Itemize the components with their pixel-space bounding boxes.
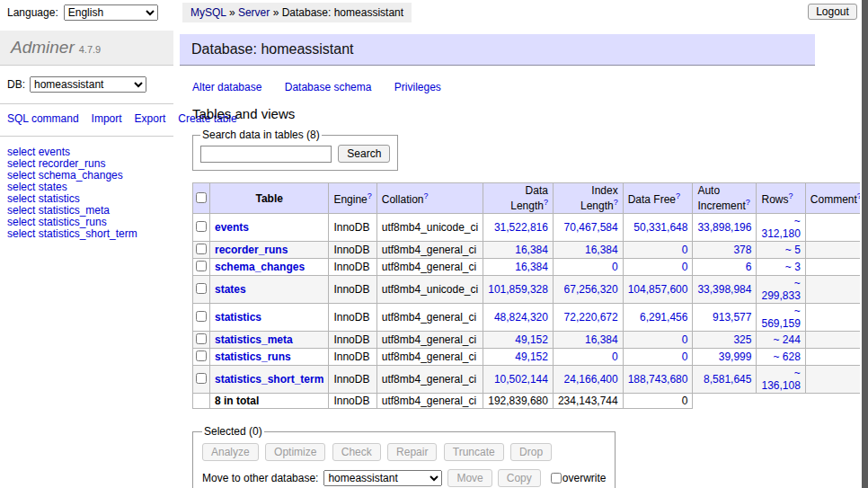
row-checkbox[interactable]	[196, 350, 207, 361]
optimize-button[interactable]: Optimize	[265, 443, 325, 461]
repair-button[interactable]: Repair	[387, 443, 437, 461]
auto-increment-link[interactable]: 33,398,984	[697, 283, 751, 296]
row-checkbox[interactable]	[196, 244, 207, 254]
data-free-link[interactable]: 0	[682, 333, 688, 346]
data-length-cell: 31,522,816	[483, 214, 554, 242]
copy-button[interactable]: Copy	[498, 469, 541, 487]
sidebar-link-sql-command[interactable]: SQL command	[7, 112, 79, 125]
breadcrumb-mysql-link[interactable]: MySQL	[190, 6, 226, 19]
help-link[interactable]: ?	[544, 198, 548, 207]
table-name-link[interactable]: statistics_runs	[215, 350, 291, 363]
help-link[interactable]: ?	[788, 191, 793, 200]
data-length-link[interactable]: 16,384	[515, 261, 548, 273]
data-free-link[interactable]: 0	[682, 244, 688, 256]
auto-increment-link[interactable]: 39,999	[719, 350, 752, 363]
column-header-label: Comment	[810, 193, 857, 206]
select-all-checkbox[interactable]	[196, 192, 207, 203]
index-length-link[interactable]: 67,256,320	[564, 283, 618, 296]
privileges-link[interactable]: Privileges	[394, 81, 441, 93]
data-length-link[interactable]: 10,502,144	[494, 373, 548, 386]
help-link[interactable]: ?	[676, 191, 680, 200]
row-checkbox[interactable]	[196, 373, 207, 384]
auto-increment-link[interactable]: 6	[746, 261, 752, 273]
sidebar-link-export[interactable]: Export	[135, 112, 166, 125]
data-length-link[interactable]: 49,152	[515, 350, 548, 363]
move-button[interactable]: Move	[447, 469, 492, 487]
rows-count-link[interactable]: ~ 5	[785, 244, 801, 256]
data-free-link[interactable]: 104,857,600	[628, 283, 688, 296]
rows-count-link[interactable]: ~ 299,833	[761, 277, 800, 302]
rows-count-link[interactable]: ~ 312,180	[761, 215, 800, 240]
data-length-link[interactable]: 48,824,320	[494, 311, 548, 324]
index-length-link[interactable]: 0	[612, 350, 618, 363]
truncate-button[interactable]: Truncate	[444, 443, 504, 461]
auto-increment-cell: 6	[693, 259, 757, 276]
auto-increment-link[interactable]: 378	[733, 244, 751, 256]
rows-count-link[interactable]: ~ 628	[773, 350, 800, 363]
rows-count-link[interactable]: ~ 244	[773, 333, 800, 346]
table-name-link[interactable]: states	[215, 283, 246, 296]
data-length-link[interactable]: 16,384	[515, 244, 548, 256]
data-length-link[interactable]: 49,152	[515, 333, 548, 346]
logout-button[interactable]: Logout	[808, 4, 857, 20]
sidebar-link-import[interactable]: Import	[92, 112, 122, 125]
help-link[interactable]: ?	[368, 191, 372, 200]
index-length-link[interactable]: 16,384	[585, 333, 618, 346]
row-checkbox[interactable]	[196, 261, 207, 271]
breadcrumb-server-link[interactable]: Server	[238, 6, 270, 19]
auto-increment-link[interactable]: 325	[733, 333, 751, 346]
help-link[interactable]: ?	[746, 198, 750, 207]
data-free-link[interactable]: 50,331,648	[633, 221, 687, 234]
sidebar-item-select-statistics-short-term[interactable]: select statistics_short_term	[7, 228, 166, 240]
collation-cell: utf8mb4_general_ci	[376, 366, 483, 394]
data-free-link[interactable]: 0	[682, 261, 688, 273]
data-free-link[interactable]: 188,743,680	[628, 373, 688, 386]
table-name-link[interactable]: schema_changes	[215, 261, 305, 273]
auto-increment-link[interactable]: 33,898,196	[697, 221, 751, 234]
database-schema-link[interactable]: Database schema	[285, 81, 372, 93]
app-name[interactable]: Adminer	[11, 38, 75, 57]
rows-count-link[interactable]: ~ 136,108	[761, 367, 800, 392]
search-button[interactable]: Search	[338, 145, 390, 163]
collation-cell: utf8mb4_general_ci	[376, 332, 483, 349]
rows-count-cell: ~ 5	[757, 242, 805, 259]
alter-database-link[interactable]: Alter database	[192, 81, 261, 93]
row-checkbox[interactable]	[196, 333, 207, 344]
check-button[interactable]: Check	[332, 443, 381, 461]
table-name-link[interactable]: recorder_runs	[215, 244, 288, 256]
table-name-link[interactable]: statistics_meta	[215, 333, 293, 346]
search-input[interactable]	[200, 146, 332, 163]
index-length-link[interactable]: 16,384	[585, 244, 618, 256]
drop-button[interactable]: Drop	[510, 443, 552, 461]
row-checkbox[interactable]	[196, 311, 207, 322]
sidebar-table-links: select events select recorder_runs selec…	[0, 137, 173, 250]
rows-count-link[interactable]: ~ 569,159	[761, 305, 800, 330]
help-link[interactable]: ?	[423, 191, 428, 200]
index-length-link[interactable]: 24,166,400	[564, 373, 618, 386]
data-length-link[interactable]: 31,522,816	[494, 221, 548, 234]
index-length-link[interactable]: 72,220,672	[564, 311, 618, 324]
row-checkbox[interactable]	[196, 221, 207, 232]
row-checkbox[interactable]	[196, 283, 207, 294]
auto-increment-link[interactable]: 8,581,645	[704, 373, 751, 386]
db-select[interactable]: homeassistant	[30, 76, 146, 93]
table-name-cell: statistics_short_term	[210, 366, 329, 394]
auto-increment-link[interactable]: 913,577	[713, 311, 751, 324]
overwrite-checkbox[interactable]	[551, 473, 562, 484]
data-free-cell: 0	[623, 259, 693, 276]
move-database-select[interactable]: homeassistant	[323, 470, 442, 486]
index-length-link[interactable]: 70,467,584	[564, 221, 618, 234]
scrollbar[interactable]	[860, 0, 868, 488]
table-name-link[interactable]: statistics_short_term	[215, 373, 323, 386]
data-free-link[interactable]: 0	[682, 350, 688, 363]
data-free-link[interactable]: 6,291,456	[640, 311, 687, 324]
collation-cell: utf8mb4_unicode_ci	[376, 214, 483, 242]
analyze-button[interactable]: Analyze	[202, 443, 259, 461]
rows-count-link[interactable]: ~ 3	[785, 261, 801, 273]
index-length-link[interactable]: 0	[612, 261, 618, 273]
table-name-link[interactable]: statistics	[215, 311, 261, 324]
help-link[interactable]: ?	[614, 198, 618, 207]
table-name-link[interactable]: events	[215, 221, 249, 234]
language-select[interactable]: English	[64, 4, 158, 21]
data-length-link[interactable]: 101,859,328	[488, 283, 548, 296]
